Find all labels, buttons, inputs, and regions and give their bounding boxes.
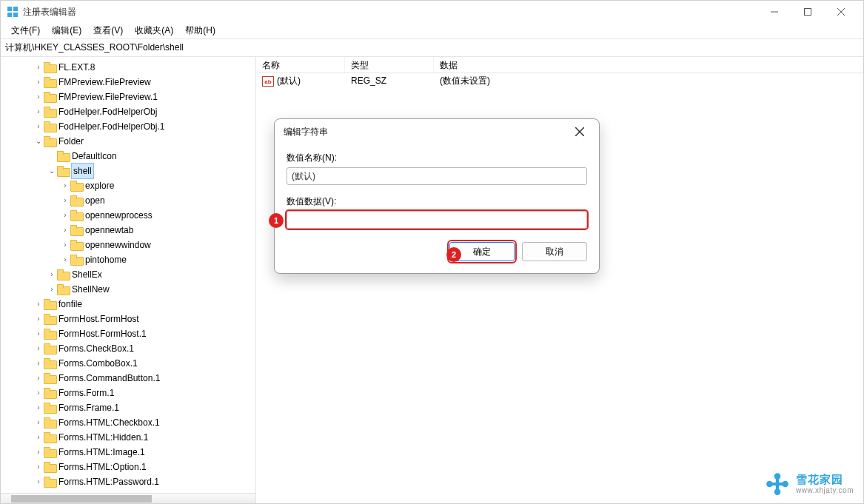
chevron-right-icon[interactable]: › [33,75,44,90]
folder-icon [44,358,56,369]
folder-icon [70,225,82,235]
chevron-right-icon[interactable]: › [60,193,70,208]
col-data[interactable]: 数据 [434,57,863,73]
watermark: 雪花家园 www.xhjaty.com [765,471,854,497]
tree-item[interactable]: ›open [1,193,255,208]
folder-icon [44,462,56,472]
tree-item-label: FodHelper.FodHelperObj.1 [58,119,164,134]
chevron-right-icon[interactable]: › [33,104,44,119]
svg-rect-15 [771,483,784,485]
list-row[interactable]: ab(默认) REG_SZ (数值未设置) [256,73,863,88]
tree-item[interactable]: ⌄Folder [1,134,255,149]
tree-item[interactable]: ›Forms.CommandButton.1 [1,371,255,386]
tree-item[interactable]: ›FMPreview.FilePreview [1,75,255,90]
chevron-right-icon[interactable]: › [33,312,44,326]
tree-item-label: Forms.HTML:Checkbox.1 [58,415,160,430]
folder-icon [44,343,56,354]
tree-item[interactable]: ›fonfile [1,297,255,312]
tree-item[interactable]: ›pintohome [1,252,255,267]
value-name-cell: ab(默认) [256,75,345,87]
tree-item[interactable]: ›ShellNew [1,282,255,297]
tree-item[interactable]: ›Forms.HTML:Password.1 [1,474,255,489]
tree-item[interactable]: ›FodHelper.FodHelperObj [1,104,255,119]
menu-file[interactable]: 文件(F) [5,23,46,38]
tree-item[interactable]: ›FormHost.FormHost.1 [1,326,255,341]
tree-item[interactable]: ›ShellEx [1,267,255,282]
tree-item[interactable]: ›opennewtab [1,223,255,238]
folder-icon [57,166,69,176]
tree-item[interactable]: ›explore [1,178,255,193]
chevron-down-icon[interactable]: ⌄ [33,134,44,149]
chevron-right-icon[interactable]: › [33,445,44,460]
menu-view[interactable]: 查看(V) [87,23,129,38]
tree-item[interactable]: ›FMPreview.FilePreview.1 [1,90,255,104]
chevron-right-icon[interactable]: › [33,430,44,445]
horizontal-scrollbar[interactable] [1,493,255,503]
tree-item[interactable]: ›opennewprocess [1,208,255,223]
tree-item[interactable]: ›Forms.ComboBox.1 [1,356,255,371]
menu-favorites[interactable]: 收藏夹(A) [129,23,179,38]
folder-icon [44,477,56,487]
minimize-button[interactable] [757,1,791,23]
chevron-right-icon[interactable]: › [60,208,70,223]
tree-item-label: open [85,193,105,208]
edit-string-dialog: 编辑字符串 数值名称(N): 数值数据(V): 确定 取消 [274,118,600,274]
chevron-right-icon[interactable]: › [33,119,44,134]
tree-item[interactable]: ›Forms.CheckBox.1 [1,341,255,356]
tree-item[interactable]: ›FL.EXT.8 [1,60,255,75]
chevron-down-icon[interactable]: ⌄ [47,164,57,178]
menubar: 文件(F) 编辑(E) 查看(V) 收藏夹(A) 帮助(H) [1,23,863,39]
chevron-right-icon[interactable]: › [33,386,44,400]
menu-help[interactable]: 帮助(H) [179,23,221,38]
tree-item[interactable]: ›Forms.HTML:Hidden.1 [1,430,255,445]
dialog-close-button[interactable] [569,121,590,142]
chevron-right-icon[interactable]: › [60,238,70,252]
tree-item-label: FodHelper.FodHelperObj [58,104,157,119]
chevron-right-icon[interactable]: › [33,60,44,75]
tree-item[interactable]: ›Forms.HTML:Image.1 [1,445,255,460]
tree-item[interactable]: ›Forms.Form.1 [1,386,255,400]
value-name-field[interactable] [287,167,587,185]
chevron-right-icon[interactable]: › [33,90,44,104]
tree-item[interactable]: ›opennewwindow [1,238,255,252]
tree-item[interactable]: ›Forms.HTML:Option.1 [1,460,255,474]
tree-item[interactable]: ›Forms.Frame.1 [1,400,255,415]
value-name-label: 数值名称(N): [287,152,587,164]
chevron-right-icon[interactable]: › [33,474,44,489]
chevron-right-icon[interactable]: › [33,371,44,386]
chevron-right-icon[interactable]: › [33,400,44,415]
tree-item-label: Forms.Form.1 [58,386,114,400]
menu-edit[interactable]: 编辑(E) [46,23,87,38]
chevron-right-icon[interactable]: › [60,178,70,193]
chevron-right-icon[interactable]: › [60,252,70,267]
chevron-right-icon[interactable]: › [33,326,44,341]
tree-item[interactable]: ›FodHelper.FodHelperObj.1 [1,119,255,134]
tree-item[interactable]: ›FormHost.FormHost [1,312,255,326]
tree-item[interactable]: DefaultIcon [1,149,255,164]
window-title: 注册表编辑器 [23,6,757,19]
col-name[interactable]: 名称 [256,57,345,73]
chevron-right-icon[interactable]: › [33,415,44,430]
annotation-2: 2 [446,247,461,262]
tree-pane[interactable]: ›FL.EXT.8›FMPreview.FilePreview›FMPrevie… [1,57,256,503]
chevron-right-icon[interactable]: › [33,297,44,312]
chevron-right-icon[interactable]: › [47,267,57,282]
tree-item[interactable]: ›Forms.HTML:Checkbox.1 [1,415,255,430]
address-bar[interactable]: 计算机\HKEY_CLASSES_ROOT\Folder\shell [1,39,863,57]
chevron-right-icon[interactable]: › [47,282,57,297]
chevron-right-icon[interactable]: › [33,341,44,356]
chevron-right-icon[interactable]: › [33,356,44,371]
tree-item[interactable]: ⌄shell [1,164,255,178]
chevron-right-icon[interactable]: › [60,223,70,238]
close-button[interactable] [824,1,857,23]
folder-icon [44,62,56,73]
watermark-text-en: www.xhjaty.com [796,486,854,494]
tree-item-label: ShellEx [72,267,102,282]
folder-icon [44,403,56,413]
col-type[interactable]: 类型 [345,57,434,73]
maximize-button[interactable] [791,1,824,23]
chevron-right-icon[interactable]: › [33,460,44,474]
cancel-button[interactable]: 取消 [522,242,587,261]
value-data-field[interactable] [287,211,587,229]
tree-item-label: FMPreview.FilePreview [58,75,151,90]
